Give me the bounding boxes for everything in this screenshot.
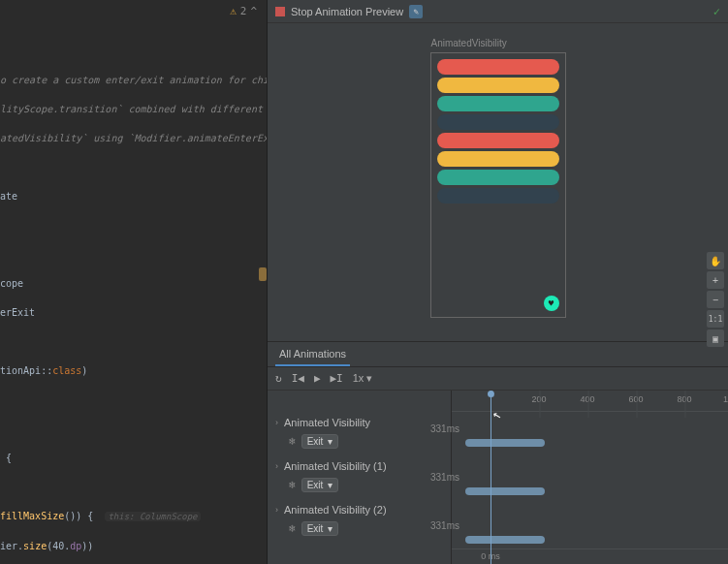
snowflake-icon[interactable]: ❄ [289,435,296,448]
step-back-button[interactable]: I◀ [292,372,304,385]
status-check-icon: ✓ [713,5,720,18]
speed-dropdown[interactable]: 1x ▾ [353,372,373,385]
restart-button[interactable]: ↻ [275,372,282,385]
tick-label: 1000 [723,394,728,404]
animation-row: › Animated Visibility (1) ❄ Exit▾ [275,457,443,495]
zoom-out-button[interactable]: − [707,291,724,308]
tick-label: 600 [628,394,643,404]
animation-body: › Animated Visibility ❄ Exit▾ › Animated… [268,391,728,564]
duration-label: 331ms [430,472,459,483]
preview-pane: Stop Animation Preview ✎ ✓ AnimatedVisib… [267,0,728,564]
duration-label: 331ms [430,520,459,531]
crop-button[interactable]: ▣ [707,329,724,347]
up-arrow-icon: ^ [250,5,257,17]
duration-label: 331ms [430,423,459,434]
chevron-down-icon: ▾ [328,480,332,490]
tab-all-animations[interactable]: All Animations [275,343,350,366]
inspection-status[interactable]: ⚠ 2 ^ [230,5,257,17]
code-text[interactable]: o create a custom enter/exit animation f… [0,0,267,564]
state-dropdown[interactable]: Exit▾ [301,434,339,449]
animation-list: › Animated Visibility ❄ Exit▾ › Animated… [268,391,452,564]
animation-row: › Animated Visibility ❄ Exit▾ [275,414,443,452]
bar-navy [437,114,559,130]
chevron-right-icon: › [275,418,278,427]
bars-column [431,53,565,209]
state-dropdown[interactable]: Exit▾ [301,521,339,536]
code-editor-pane: ⚠ 2 ^ o create a custom enter/exit anima… [0,0,267,564]
chevron-down-icon: ▾ [328,523,332,534]
preview-toolbar: Stop Animation Preview ✎ ✓ [268,0,728,23]
chevron-right-icon: › [275,505,278,515]
pan-tool[interactable]: ✋ [707,252,724,269]
warning-icon: ⚠ [230,5,237,17]
state-dropdown[interactable]: Exit▾ [301,478,339,492]
preview-canvas[interactable]: AnimatedVisibility ♥ ✋ + − 1:1 ▣ [268,23,728,341]
animation-controls: ↻ I◀ ▶ ▶I 1x ▾ [268,367,728,391]
zoom-in-button[interactable]: + [707,271,724,289]
device-frame: AnimatedVisibility ♥ [430,52,566,318]
bar-red [437,133,559,148]
canvas-tools: ✋ + − 1:1 ▣ [707,252,724,347]
tick-label: 400 [580,394,594,404]
zoom-reset-button[interactable]: 1:1 [707,310,724,328]
snowflake-icon[interactable]: ❄ [289,479,296,491]
fab-heart[interactable]: ♥ [544,296,559,311]
timeline-bar[interactable] [465,487,545,495]
animation-expand-header[interactable]: › Animated Visibility (2) [275,501,443,518]
preview-title: Stop Animation Preview [291,6,403,17]
device-label: AnimatedVisibility [431,38,507,48]
timeline[interactable]: 200 400 600 800 1000 ↖ 331ms 331ms 331ms… [452,391,728,564]
step-forward-button[interactable]: ▶I [331,372,343,385]
chevron-right-icon: › [275,461,278,471]
bar-yellow [437,151,559,167]
timeline-bar[interactable] [465,536,545,544]
heart-icon: ♥ [549,298,554,308]
animation-expand-header[interactable]: › Animated Visibility (1) [275,457,443,475]
stop-icon[interactable] [275,7,285,16]
timeline-bar[interactable] [465,439,545,447]
tick-label: 200 [531,394,546,404]
playhead[interactable] [491,392,491,564]
scroll-marker[interactable] [259,267,267,281]
warning-count: 2 [240,5,247,17]
bottom-ruler: 0 ms [452,548,728,564]
animation-tabs: All Animations [268,342,728,367]
tick-label: 800 [677,394,691,404]
chevron-down-icon: ▾ [328,436,332,447]
play-button[interactable]: ▶ [314,372,321,385]
bar-teal [437,170,559,185]
animation-expand-header[interactable]: › Animated Visibility [275,414,443,431]
animation-name: Animated Visibility [284,417,370,428]
edit-icon[interactable]: ✎ [409,5,423,18]
animation-row: › Animated Visibility (2) ❄ Exit▾ [275,501,443,539]
bar-yellow [437,78,559,93]
bar-red [437,59,559,75]
bar-navy [437,188,559,204]
animation-name: Animated Visibility (1) [284,460,387,472]
animation-panel: All Animations ↻ I◀ ▶ ▶I 1x ▾ › Animated… [268,341,728,564]
bar-teal [437,96,559,111]
snowflake-icon[interactable]: ❄ [289,522,296,535]
animation-name: Animated Visibility (2) [284,504,387,516]
